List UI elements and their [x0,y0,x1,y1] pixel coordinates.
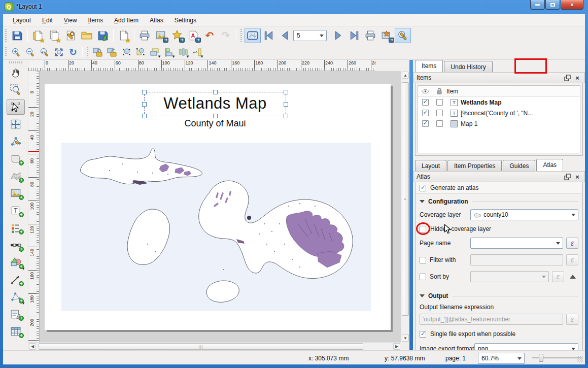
add-attribute-table-button[interactable]: + [7,324,25,339]
group-items-button[interactable] [119,46,133,59]
print-layout-button[interactable] [136,28,153,43]
zoom-out-button[interactable] [23,46,38,59]
redo-button[interactable]: ↷ [218,28,234,43]
add-label-button[interactable]: T + [7,203,25,218]
next-feature-button[interactable] [330,28,346,43]
pan-layout-button[interactable] [7,65,25,80]
tab-item-properties[interactable]: Item Properties [447,160,502,171]
export-atlas-button[interactable]: ➜ [378,28,395,43]
tab-atlas[interactable]: Atlas [536,159,563,171]
window-resize-grip[interactable] [577,356,583,362]
ungroup-items-button[interactable] [133,46,148,59]
export-as-pdf-button[interactable]: A ➜ [185,28,201,43]
add-html-button[interactable]: + [7,307,25,322]
selection-handle[interactable] [284,102,288,107]
add-picture-button[interactable]: + [7,186,25,201]
toolbar-grip[interactable] [5,47,7,57]
atlas-feature-combo[interactable]: 5 [293,30,327,41]
close-panel-icon[interactable]: × [573,173,581,181]
add-map-button[interactable]: + [7,151,25,166]
zoom-full-button[interactable] [52,46,66,59]
menu-atlas[interactable]: Atlas [144,15,169,25]
menu-layout[interactable]: Layout [7,15,37,25]
lock-checkbox[interactable] [436,110,443,116]
layout-properties-button[interactable] [62,28,79,43]
toolbar-grip[interactable] [9,61,22,63]
zoom-slider-thumb[interactable] [539,354,543,362]
filter-expression-button[interactable]: ε [566,254,578,265]
item-row-map1[interactable]: Map 1 [418,118,580,129]
filter-with-input[interactable] [470,254,563,265]
selection-handle[interactable] [142,90,147,94]
menu-settings[interactable]: Settings [169,15,202,25]
add-arrow-button[interactable]: + [7,272,25,287]
map-item[interactable] [61,143,371,311]
single-file-export-checkbox[interactable] [420,331,426,338]
select-move-item-button[interactable] [7,99,25,115]
scroll-up-button[interactable]: ▲ [402,72,409,79]
resize-items-button[interactable]: ▼ [190,46,204,59]
add-shape-button[interactable]: + ▼ [7,255,25,270]
toolbar-grip[interactable] [86,47,89,57]
tab-undo-history[interactable]: Undo History [444,61,492,72]
toolbar-grip[interactable] [5,29,7,42]
selection-handle[interactable] [284,90,288,94]
selection-handle[interactable] [213,90,218,94]
first-feature-button[interactable] [261,28,277,43]
sort-by-combo[interactable] [470,271,549,282]
scroll-left-button[interactable]: ◀ [29,343,36,350]
preview-atlas-button[interactable] [245,28,261,43]
menu-add-item[interactable]: Add Item [109,15,144,25]
tab-items[interactable]: Items [415,60,443,72]
output-group-header[interactable]: Output [416,288,582,302]
scroll-right-button[interactable]: ▶ [393,343,400,350]
add-legend-button[interactable]: + [7,220,25,236]
undo-button[interactable]: ↶ [201,28,218,43]
vertical-scroll-thumb[interactable]: ≡ [402,82,409,316]
previous-feature-button[interactable] [277,28,293,43]
horizontal-scroll-thumb[interactable]: ||| [39,343,363,350]
lock-checkbox[interactable] [436,120,443,127]
configuration-group-header[interactable]: Configuration [416,194,582,207]
duplicate-layout-button[interactable]: ★ [46,28,62,43]
sort-by-checkbox[interactable] [420,274,426,280]
zoom-actual-button[interactable]: 1:1 [38,46,52,59]
export-as-image-button[interactable]: ➜ [153,28,169,43]
zoom-level-combo[interactable]: 60.7% [478,353,525,364]
filter-with-checkbox[interactable] [420,257,426,263]
selection-handle[interactable] [284,114,288,118]
vertical-scrollbar[interactable]: ▲ ≡ ▼ [401,71,409,342]
lock-items-button[interactable] [91,46,105,59]
add-scalebar-button[interactable]: + [7,238,25,253]
zoom-tool-button[interactable] [7,82,25,97]
page-name-combo[interactable] [470,238,563,249]
float-panel-icon[interactable] [563,74,571,82]
title-bar[interactable]: Q *Layout 1 × [0,0,588,14]
close-button[interactable]: × [561,0,583,10]
title-label-item[interactable]: Wetlands Map [144,92,286,116]
item-row-wetlands-map[interactable]: T Wetlands Map [418,97,580,108]
toolbar-grip[interactable] [240,29,243,42]
maximize-button[interactable] [545,0,560,10]
filename-expression-button[interactable]: ε [566,314,578,325]
add-items-from-template-button[interactable]: ★ [116,28,132,43]
menu-edit[interactable]: Edit [37,15,58,25]
zoom-in-button[interactable] [9,46,23,59]
open-template-button[interactable] [79,28,95,43]
move-item-content-button[interactable] [7,117,25,132]
save-project-button[interactable] [9,28,25,43]
close-panel-icon[interactable]: × [573,74,581,82]
add-node-item-button[interactable]: + ▼ [7,289,25,305]
page-name-expression-button[interactable]: ε [566,238,578,249]
visibility-checkbox[interactable] [422,110,429,116]
horizontal-scrollbar[interactable]: ◀ ||| ▶ [28,342,401,350]
sort-expression-button[interactable]: ε [552,271,564,282]
align-items-button[interactable]: ▼ [162,46,176,59]
last-feature-button[interactable] [346,28,362,43]
page-subtitle[interactable]: County of Maui [144,118,286,129]
panel-splitter[interactable] [409,60,413,350]
menu-items[interactable]: Items [83,15,109,25]
selection-handle[interactable] [142,102,147,107]
distribute-items-button[interactable]: ▼ [176,46,190,59]
coverage-layer-combo[interactable]: county10 [470,209,578,220]
